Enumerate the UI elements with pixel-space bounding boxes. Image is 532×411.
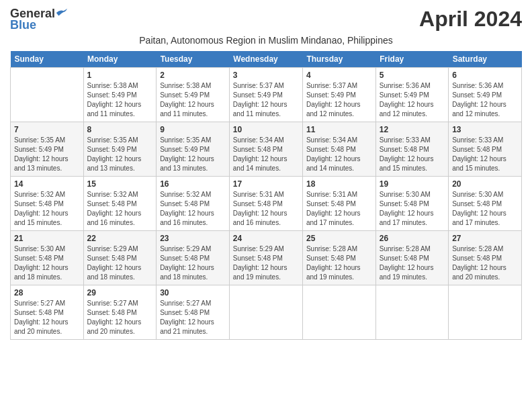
calendar-week-5: 28Sunrise: 5:27 AMSunset: 5:48 PMDayligh… <box>11 285 522 340</box>
calendar-cell-w2-d3: 10Sunrise: 5:34 AMSunset: 5:48 PMDayligh… <box>229 122 302 177</box>
calendar-cell-w2-d0: 7Sunrise: 5:35 AMSunset: 5:49 PMDaylight… <box>11 122 84 177</box>
calendar-week-3: 14Sunrise: 5:32 AMSunset: 5:48 PMDayligh… <box>11 177 522 231</box>
col-wednesday: Wednesday <box>229 51 302 68</box>
day-number: 1 <box>87 71 153 80</box>
day-info: Sunrise: 5:37 AMSunset: 5:49 PMDaylight:… <box>306 81 372 119</box>
day-info: Sunrise: 5:30 AMSunset: 5:48 PMDaylight:… <box>14 244 80 282</box>
day-info: Sunrise: 5:32 AMSunset: 5:48 PMDaylight:… <box>87 190 153 228</box>
month-title: April 2024 <box>419 7 522 32</box>
day-info: Sunrise: 5:28 AMSunset: 5:48 PMDaylight:… <box>380 244 445 282</box>
col-tuesday: Tuesday <box>157 51 230 68</box>
day-number: 26 <box>380 234 445 243</box>
day-info: Sunrise: 5:28 AMSunset: 5:48 PMDaylight:… <box>452 244 518 282</box>
day-number: 25 <box>306 234 372 243</box>
day-info: Sunrise: 5:37 AMSunset: 5:49 PMDaylight:… <box>233 81 299 119</box>
calendar-cell-w1-d2: 2Sunrise: 5:38 AMSunset: 5:49 PMDaylight… <box>157 68 230 122</box>
day-info: Sunrise: 5:32 AMSunset: 5:48 PMDaylight:… <box>14 190 80 228</box>
day-number: 29 <box>87 288 153 298</box>
day-info: Sunrise: 5:35 AMSunset: 5:49 PMDaylight:… <box>160 136 226 173</box>
calendar-week-1: 1Sunrise: 5:38 AMSunset: 5:49 PMDaylight… <box>11 68 522 122</box>
day-info: Sunrise: 5:29 AMSunset: 5:48 PMDaylight:… <box>87 244 153 282</box>
col-thursday: Thursday <box>302 51 375 68</box>
calendar-cell-w2-d5: 12Sunrise: 5:33 AMSunset: 5:48 PMDayligh… <box>375 122 448 177</box>
page-header: General Blue April 2024 <box>10 7 522 32</box>
day-info: Sunrise: 5:30 AMSunset: 5:48 PMDaylight:… <box>452 190 518 228</box>
logo: General Blue <box>10 7 67 32</box>
day-number: 15 <box>87 179 153 189</box>
day-number: 23 <box>160 234 226 243</box>
calendar-cell-w1-d5: 5Sunrise: 5:36 AMSunset: 5:49 PMDaylight… <box>375 68 448 122</box>
calendar-cell-w5-d5 <box>375 285 448 340</box>
calendar-week-2: 7Sunrise: 5:35 AMSunset: 5:49 PMDaylight… <box>11 122 522 177</box>
calendar-cell-w1-d0 <box>11 68 84 122</box>
calendar-cell-w1-d1: 1Sunrise: 5:38 AMSunset: 5:49 PMDaylight… <box>83 68 157 122</box>
day-info: Sunrise: 5:31 AMSunset: 5:48 PMDaylight:… <box>233 190 299 228</box>
calendar-cell-w3-d1: 15Sunrise: 5:32 AMSunset: 5:48 PMDayligh… <box>83 177 157 231</box>
day-number: 17 <box>233 179 299 189</box>
calendar-cell-w3-d4: 18Sunrise: 5:31 AMSunset: 5:48 PMDayligh… <box>302 177 375 231</box>
day-number: 19 <box>380 179 445 189</box>
day-number: 12 <box>380 125 445 134</box>
calendar-cell-w4-d4: 25Sunrise: 5:28 AMSunset: 5:48 PMDayligh… <box>302 231 375 285</box>
day-number: 8 <box>87 125 153 134</box>
day-info: Sunrise: 5:30 AMSunset: 5:48 PMDaylight:… <box>380 190 445 228</box>
day-number: 21 <box>14 234 80 243</box>
col-saturday: Saturday <box>449 51 522 68</box>
day-info: Sunrise: 5:34 AMSunset: 5:48 PMDaylight:… <box>306 136 372 173</box>
calendar-cell-w5-d1: 29Sunrise: 5:27 AMSunset: 5:48 PMDayligh… <box>83 285 157 340</box>
logo-bird-icon <box>55 8 67 17</box>
calendar-cell-w4-d6: 27Sunrise: 5:28 AMSunset: 5:48 PMDayligh… <box>449 231 522 285</box>
day-number: 5 <box>380 71 445 80</box>
day-number: 16 <box>160 179 226 189</box>
calendar-table: Sunday Monday Tuesday Wednesday Thursday… <box>10 51 522 340</box>
day-number: 13 <box>452 125 518 134</box>
day-info: Sunrise: 5:28 AMSunset: 5:48 PMDaylight:… <box>306 244 372 282</box>
calendar-cell-w5-d6 <box>449 285 522 340</box>
day-number: 11 <box>306 125 372 134</box>
calendar-cell-w1-d4: 4Sunrise: 5:37 AMSunset: 5:49 PMDaylight… <box>302 68 375 122</box>
day-info: Sunrise: 5:29 AMSunset: 5:48 PMDaylight:… <box>160 244 226 282</box>
day-number: 9 <box>160 125 226 134</box>
day-info: Sunrise: 5:32 AMSunset: 5:48 PMDaylight:… <box>160 190 226 228</box>
day-number: 30 <box>160 288 226 298</box>
day-number: 7 <box>14 125 80 134</box>
day-info: Sunrise: 5:38 AMSunset: 5:49 PMDaylight:… <box>87 81 153 119</box>
calendar-week-4: 21Sunrise: 5:30 AMSunset: 5:48 PMDayligh… <box>11 231 522 285</box>
day-number: 4 <box>306 71 372 80</box>
day-info: Sunrise: 5:36 AMSunset: 5:49 PMDaylight:… <box>380 81 445 119</box>
day-info: Sunrise: 5:35 AMSunset: 5:49 PMDaylight:… <box>87 136 153 173</box>
day-number: 10 <box>233 125 299 134</box>
day-number: 22 <box>87 234 153 243</box>
day-number: 18 <box>306 179 372 189</box>
day-info: Sunrise: 5:36 AMSunset: 5:49 PMDaylight:… <box>452 81 518 119</box>
calendar-cell-w3-d2: 16Sunrise: 5:32 AMSunset: 5:48 PMDayligh… <box>157 177 230 231</box>
calendar-cell-w5-d2: 30Sunrise: 5:27 AMSunset: 5:48 PMDayligh… <box>157 285 230 340</box>
calendar-cell-w4-d3: 24Sunrise: 5:29 AMSunset: 5:48 PMDayligh… <box>229 231 302 285</box>
calendar-cell-w3-d5: 19Sunrise: 5:30 AMSunset: 5:48 PMDayligh… <box>375 177 448 231</box>
calendar-cell-w2-d4: 11Sunrise: 5:34 AMSunset: 5:48 PMDayligh… <box>302 122 375 177</box>
day-info: Sunrise: 5:29 AMSunset: 5:48 PMDaylight:… <box>233 244 299 282</box>
logo-blue-text: Blue <box>10 18 36 32</box>
day-info: Sunrise: 5:31 AMSunset: 5:48 PMDaylight:… <box>306 190 372 228</box>
day-number: 14 <box>14 179 80 189</box>
calendar-cell-w3-d3: 17Sunrise: 5:31 AMSunset: 5:48 PMDayligh… <box>229 177 302 231</box>
day-info: Sunrise: 5:35 AMSunset: 5:49 PMDaylight:… <box>14 136 80 173</box>
day-info: Sunrise: 5:38 AMSunset: 5:49 PMDaylight:… <box>160 81 226 119</box>
col-monday: Monday <box>83 51 157 68</box>
calendar-header-row: Sunday Monday Tuesday Wednesday Thursday… <box>11 51 522 68</box>
day-info: Sunrise: 5:34 AMSunset: 5:48 PMDaylight:… <box>233 136 299 173</box>
calendar-cell-w5-d0: 28Sunrise: 5:27 AMSunset: 5:48 PMDayligh… <box>11 285 84 340</box>
calendar-cell-w1-d6: 6Sunrise: 5:36 AMSunset: 5:49 PMDaylight… <box>449 68 522 122</box>
day-number: 24 <box>233 234 299 243</box>
day-number: 28 <box>14 288 80 298</box>
calendar-cell-w4-d5: 26Sunrise: 5:28 AMSunset: 5:48 PMDayligh… <box>375 231 448 285</box>
day-info: Sunrise: 5:33 AMSunset: 5:48 PMDaylight:… <box>452 136 518 173</box>
col-sunday: Sunday <box>11 51 84 68</box>
calendar-cell-w3-d0: 14Sunrise: 5:32 AMSunset: 5:48 PMDayligh… <box>11 177 84 231</box>
calendar-cell-w2-d6: 13Sunrise: 5:33 AMSunset: 5:48 PMDayligh… <box>449 122 522 177</box>
calendar-cell-w2-d2: 9Sunrise: 5:35 AMSunset: 5:49 PMDaylight… <box>157 122 230 177</box>
calendar-cell-w5-d3 <box>229 285 302 340</box>
calendar-cell-w2-d1: 8Sunrise: 5:35 AMSunset: 5:49 PMDaylight… <box>83 122 157 177</box>
day-info: Sunrise: 5:27 AMSunset: 5:48 PMDaylight:… <box>160 299 226 336</box>
day-info: Sunrise: 5:33 AMSunset: 5:48 PMDaylight:… <box>380 136 445 173</box>
